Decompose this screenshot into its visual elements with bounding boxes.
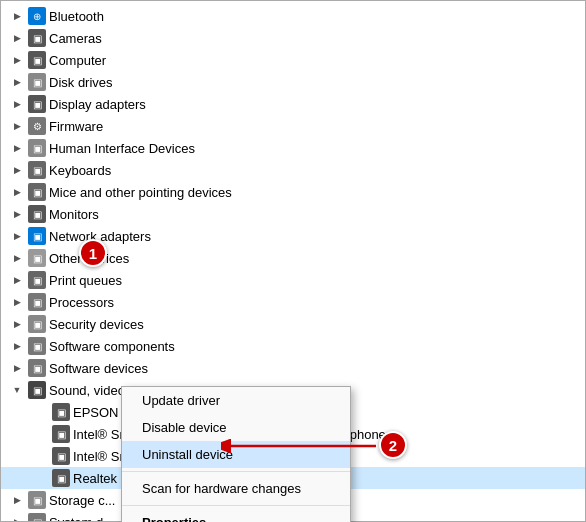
- tree-item-security-devices[interactable]: ▣Security devices: [1, 313, 585, 335]
- tree-item-label-storage-controllers: Storage c...: [49, 493, 115, 508]
- context-menu-separator-1: [122, 471, 350, 472]
- annotation-circle-2: 2: [379, 431, 407, 459]
- chevron-human-interface[interactable]: [9, 140, 25, 156]
- tree-item-computer[interactable]: ▣Computer: [1, 49, 585, 71]
- chevron-display-adapters[interactable]: [9, 96, 25, 112]
- audio-icon: ▣: [52, 447, 70, 465]
- chevron-print-queues[interactable]: [9, 272, 25, 288]
- context-menu: Update driver Disable device Uninstall d…: [121, 386, 351, 522]
- chevron-network-adapters[interactable]: [9, 228, 25, 244]
- camera-icon: ▣: [28, 29, 46, 47]
- proc-icon: ▣: [28, 293, 46, 311]
- tree-item-label-human-interface: Human Interface Devices: [49, 141, 195, 156]
- tree-item-label-display-adapters: Display adapters: [49, 97, 146, 112]
- tree-item-keyboards[interactable]: ▣Keyboards: [1, 159, 585, 181]
- audio-icon: ▣: [52, 469, 70, 487]
- audio-icon: ▣: [52, 425, 70, 443]
- chevron-keyboards[interactable]: [9, 162, 25, 178]
- tree-item-software-devices[interactable]: ▣Software devices: [1, 357, 585, 379]
- context-menu-properties[interactable]: Properties: [122, 509, 350, 522]
- sysdev-icon: ▣: [28, 513, 46, 521]
- tree-item-label-system-devices: System d...: [49, 515, 114, 522]
- network-icon: ▣: [28, 227, 46, 245]
- tree-item-bluetooth[interactable]: ⊕Bluetooth: [1, 5, 585, 27]
- tree-item-label-cameras: Cameras: [49, 31, 102, 46]
- tree-item-disk-drives[interactable]: ▣Disk drives: [1, 71, 585, 93]
- tree-item-print-queues[interactable]: ▣Print queues: [1, 269, 585, 291]
- context-menu-separator-2: [122, 505, 350, 506]
- tree-item-label-mice: Mice and other pointing devices: [49, 185, 232, 200]
- hid-icon: ▣: [28, 139, 46, 157]
- software-icon: ▣: [28, 337, 46, 355]
- audio-icon: ▣: [52, 403, 70, 421]
- chevron-bluetooth[interactable]: [9, 8, 25, 24]
- chevron-firmware[interactable]: [9, 118, 25, 134]
- chevron-software-components[interactable]: [9, 338, 25, 354]
- security-icon: ▣: [28, 315, 46, 333]
- tree-item-cameras[interactable]: ▣Cameras: [1, 27, 585, 49]
- firmware-icon: ⚙: [28, 117, 46, 135]
- chevron-epson[interactable]: [33, 404, 49, 420]
- chevron-sound-video[interactable]: [9, 382, 25, 398]
- chevron-other-devices[interactable]: [9, 250, 25, 266]
- tree-item-label-security-devices: Security devices: [49, 317, 144, 332]
- tree-item-processors[interactable]: ▣Processors: [1, 291, 585, 313]
- chevron-system-devices[interactable]: [9, 514, 25, 521]
- tree-item-label-realtek: Realtek: [73, 471, 117, 486]
- print-icon: ▣: [28, 271, 46, 289]
- display-icon: ▣: [28, 95, 46, 113]
- chevron-intel-usb[interactable]: [33, 448, 49, 464]
- tree-item-label-monitors: Monitors: [49, 207, 99, 222]
- tree-item-label-computer: Computer: [49, 53, 106, 68]
- tree-item-label-disk-drives: Disk drives: [49, 75, 113, 90]
- tree-item-label-keyboards: Keyboards: [49, 163, 111, 178]
- tree-item-label-processors: Processors: [49, 295, 114, 310]
- chevron-disk-drives[interactable]: [9, 74, 25, 90]
- device-manager-window: ⊕Bluetooth▣Cameras▣Computer▣Disk drives▣…: [0, 0, 586, 522]
- tree-item-label-bluetooth: Bluetooth: [49, 9, 104, 24]
- tree-item-label-firmware: Firmware: [49, 119, 103, 134]
- sound-icon: ▣: [28, 381, 46, 399]
- tree-item-human-interface[interactable]: ▣Human Interface Devices: [1, 137, 585, 159]
- context-menu-uninstall-device[interactable]: Uninstall device: [122, 441, 350, 468]
- software-icon: ▣: [28, 359, 46, 377]
- other-icon: ▣: [28, 249, 46, 267]
- chevron-security-devices[interactable]: [9, 316, 25, 332]
- chevron-mice[interactable]: [9, 184, 25, 200]
- monitor-icon: ▣: [28, 205, 46, 223]
- tree-item-monitors[interactable]: ▣Monitors: [1, 203, 585, 225]
- disk-icon: ▣: [28, 73, 46, 91]
- chevron-storage-controllers[interactable]: [9, 492, 25, 508]
- context-menu-update-driver[interactable]: Update driver: [122, 387, 350, 414]
- context-menu-disable-device[interactable]: Disable device: [122, 414, 350, 441]
- tree-item-label-software-components: Software components: [49, 339, 175, 354]
- storage-icon: ▣: [28, 491, 46, 509]
- chevron-realtek[interactable]: [33, 470, 49, 486]
- tree-item-mice[interactable]: ▣Mice and other pointing devices: [1, 181, 585, 203]
- chevron-computer[interactable]: [9, 52, 25, 68]
- annotation-circle-1: 1: [79, 239, 107, 267]
- computer-icon: ▣: [28, 51, 46, 69]
- chevron-software-devices[interactable]: [9, 360, 25, 376]
- chevron-processors[interactable]: [9, 294, 25, 310]
- keyboard-icon: ▣: [28, 161, 46, 179]
- tree-item-display-adapters[interactable]: ▣Display adapters: [1, 93, 585, 115]
- chevron-intel-mic[interactable]: [33, 426, 49, 442]
- chevron-monitors[interactable]: [9, 206, 25, 222]
- tree-item-label-software-devices: Software devices: [49, 361, 148, 376]
- chevron-cameras[interactable]: [9, 30, 25, 46]
- bluetooth-icon: ⊕: [28, 7, 46, 25]
- tree-item-label-print-queues: Print queues: [49, 273, 122, 288]
- mouse-icon: ▣: [28, 183, 46, 201]
- tree-item-firmware[interactable]: ⚙Firmware: [1, 115, 585, 137]
- context-menu-scan-hardware[interactable]: Scan for hardware changes: [122, 475, 350, 502]
- tree-item-software-components[interactable]: ▣Software components: [1, 335, 585, 357]
